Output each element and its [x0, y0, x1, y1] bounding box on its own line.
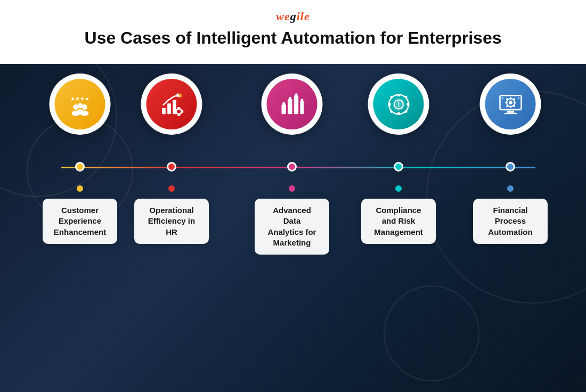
header: wegile Use Cases of Intelligent Automati…	[0, 0, 586, 55]
svg-rect-27	[397, 94, 400, 96]
main-title: Use Cases of Intelligent Automation for …	[11, 28, 575, 48]
shield-alert-icon: !	[385, 91, 412, 118]
svg-point-23	[288, 96, 291, 99]
svg-rect-39	[507, 110, 514, 112]
svg-point-5	[77, 103, 83, 108]
logo: wegile	[11, 10, 575, 23]
item-5-icon-wrapper	[480, 74, 541, 135]
svg-rect-31	[389, 95, 393, 99]
item-3-circle-inner	[267, 79, 318, 129]
label-box-1: CustomerExperienceEnhancement	[43, 199, 117, 244]
item-4-circle-inner: !	[373, 79, 424, 129]
svg-rect-29	[388, 103, 390, 105]
svg-rect-15	[177, 115, 180, 116]
timeline: ★★★★	[0, 63, 586, 392]
svg-rect-18	[281, 104, 286, 114]
svg-rect-30	[406, 103, 409, 105]
svg-rect-44	[509, 105, 511, 108]
item-4-circle-outer: !	[368, 74, 429, 135]
item-1-circle-outer: ★★★★	[50, 74, 111, 135]
item-5-circle-outer	[480, 74, 541, 135]
svg-rect-32	[404, 95, 408, 99]
svg-rect-16	[174, 110, 176, 112]
dot-4	[394, 162, 403, 172]
label-box-5: FinancialProcessAutomation	[473, 199, 548, 244]
item-1-icon-wrapper: ★★★★	[50, 74, 111, 135]
svg-point-24	[295, 93, 297, 96]
svg-text:★★★★: ★★★★	[70, 96, 89, 102]
chart-gear-icon: ★	[158, 91, 185, 118]
svg-point-22	[282, 102, 285, 104]
dot-3	[287, 162, 297, 172]
svg-point-25	[300, 99, 303, 101]
chart-bar-icon	[279, 91, 305, 118]
svg-rect-43	[509, 97, 511, 99]
connector-dot-1	[77, 185, 83, 192]
label-box-3: AdvancedDataAnalytics forMarketing	[255, 199, 329, 255]
connector-dot-4	[395, 185, 402, 192]
svg-rect-19	[288, 99, 292, 114]
svg-rect-28	[397, 112, 400, 115]
svg-point-51	[501, 97, 503, 99]
svg-text:!: !	[397, 100, 400, 109]
svg-point-42	[509, 101, 512, 104]
svg-rect-14	[177, 107, 180, 109]
item-1-circle-inner: ★★★★	[55, 79, 105, 129]
dot-5	[506, 162, 515, 172]
dot-1	[75, 162, 85, 172]
connector-dot-5	[507, 185, 514, 192]
svg-rect-45	[505, 102, 507, 103]
svg-point-6	[76, 109, 84, 115]
svg-rect-8	[167, 103, 171, 114]
label-box-2: OperationalEfficiency inHR	[134, 199, 209, 244]
item-2-circle-inner: ★	[146, 79, 197, 129]
dot-2	[167, 162, 176, 172]
svg-rect-46	[514, 102, 516, 103]
svg-rect-21	[300, 101, 304, 114]
item-3-icon-wrapper	[262, 74, 323, 135]
svg-rect-34	[404, 110, 408, 113]
svg-rect-7	[162, 108, 166, 114]
item-2-circle-outer: ★	[141, 74, 202, 135]
gear-monitor-icon	[497, 91, 524, 118]
item-3-circle-outer	[262, 74, 323, 135]
svg-rect-17	[182, 110, 183, 112]
label-box-4: Complianceand RiskManagement	[361, 199, 436, 244]
svg-rect-33	[389, 110, 393, 113]
svg-point-52	[517, 97, 519, 99]
item-2-icon-wrapper: ★	[141, 74, 202, 135]
item-5-circle-inner	[485, 79, 536, 129]
svg-text:★: ★	[177, 91, 183, 98]
page-wrapper: wegile Use Cases of Intelligent Automati…	[0, 0, 586, 392]
connector-dot-3	[289, 185, 295, 192]
svg-point-13	[177, 110, 181, 113]
svg-rect-40	[504, 112, 516, 114]
people-icon: ★★★★	[67, 91, 93, 118]
svg-rect-20	[294, 95, 298, 114]
item-4-icon-wrapper: !	[368, 74, 429, 135]
connector-dot-2	[168, 185, 175, 192]
content-area: ★★★★	[0, 63, 586, 392]
timeline-line	[61, 167, 535, 168]
